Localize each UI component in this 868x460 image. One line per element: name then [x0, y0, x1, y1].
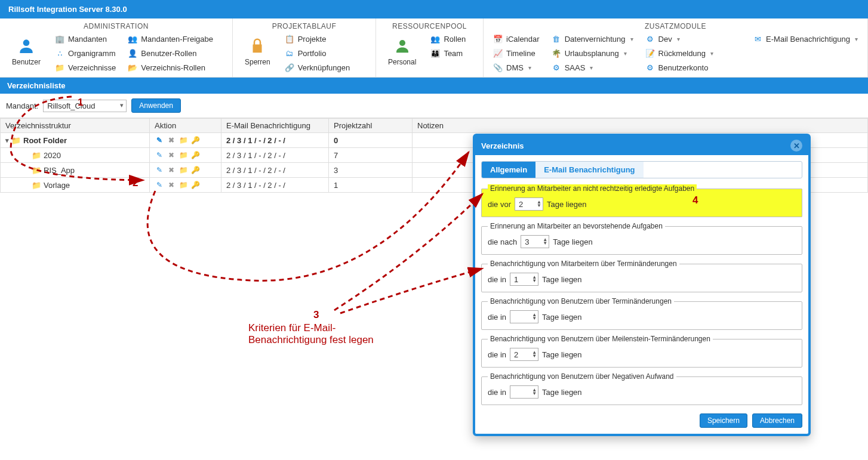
key-icon[interactable]: 🔑	[190, 135, 200, 145]
spin-down-icon[interactable]: ▼	[537, 204, 541, 208]
key-icon[interactable]: 🔑	[190, 165, 200, 175]
trash-icon: 🗑	[552, 34, 561, 44]
dialog-tabs: Allgemein E-Mail Benachrichtigung	[481, 161, 802, 178]
gear-icon: ⚙	[645, 34, 655, 44]
nav-benutzer-rollen[interactable]: 👤Benutzer-Rollen	[125, 47, 216, 59]
col-aktion[interactable]: Aktion	[150, 119, 221, 133]
nav-organigramm[interactable]: ⛬Organigramm	[53, 47, 118, 59]
folder-role-icon: 📂	[128, 63, 137, 72]
group-suffix: Tage liegen	[547, 200, 587, 209]
nav-projekte[interactable]: 📋Projekte	[282, 33, 352, 45]
edit-icon[interactable]: ✎	[155, 150, 164, 160]
col-email[interactable]: E-Mail Benachrichtigung	[221, 119, 329, 133]
save-button[interactable]: Speichern	[700, 413, 747, 428]
spin-down-icon[interactable]: ▼	[532, 354, 537, 358]
benutzer-button[interactable]: Benutzer	[7, 33, 45, 69]
nav-datenvernichtung[interactable]: 🗑Datenvernichtung▾	[549, 33, 636, 45]
days-input[interactable]: 1▲▼	[510, 273, 538, 286]
delete-icon[interactable]: ✖	[167, 150, 176, 160]
nav-portfolio[interactable]: 🗂Portfolio	[282, 47, 352, 59]
dialog-header[interactable]: Verzeichnis ✕	[475, 136, 808, 155]
folder-name: RIS_App	[44, 166, 75, 175]
expand-icon[interactable]: ▾	[5, 137, 9, 144]
nav-benutzerkonto[interactable]: ⚙Benutzerkonto	[643, 61, 716, 73]
tab-email-benachrichtigung[interactable]: E-Mail Benachrichtigung	[535, 162, 643, 178]
notification-group: Erinnerung an Mitarbeiter an bevorstehen…	[481, 222, 802, 255]
edit-icon[interactable]: ✎	[155, 165, 164, 175]
personal-button[interactable]: Personal	[383, 33, 421, 69]
nav-verzeichnis-rollen[interactable]: 📂Verzeichnis-Rollen	[125, 61, 216, 73]
folder-icon: 📁	[11, 136, 21, 145]
spin-down-icon[interactable]: ▼	[543, 242, 547, 245]
tab-allgemein[interactable]: Allgemein	[482, 162, 535, 178]
user-icon	[16, 35, 37, 57]
annotation-3: 3	[313, 309, 319, 321]
nav-mandanten-freigabe[interactable]: 👥Mandanten-Freigabe	[125, 33, 216, 45]
email-cell: 2 / 3 / 1 / - / 2 / - /	[221, 133, 329, 148]
notification-group: Benachrichtigung von Mitarbeitern über T…	[481, 260, 802, 292]
person-icon	[392, 35, 413, 57]
days-input[interactable]: 2▲▼	[510, 348, 538, 361]
spin-down-icon[interactable]: ▼	[532, 317, 537, 320]
chevron-down-icon: ▾	[624, 50, 627, 57]
edit-icon[interactable]: ✎	[155, 135, 164, 145]
key-icon[interactable]: 🔑	[190, 150, 200, 160]
col-notizen[interactable]: Notizen	[413, 119, 868, 133]
add-folder-icon[interactable]: 📁	[178, 165, 188, 175]
timeline-icon: 📈	[493, 48, 503, 58]
nav-timeline[interactable]: 📈Timeline	[491, 47, 542, 59]
ribbon-group-ressourcenpool: RESSOURCENPOOL Personal 👥Rollen 👨‍👩‍👦Tea…	[376, 18, 484, 77]
cancel-button[interactable]: Abbrechen	[752, 413, 802, 428]
org-icon: ⛬	[55, 48, 64, 58]
add-folder-icon[interactable]: 📁	[178, 150, 188, 160]
section-title-bar: Verzeichnisliste	[0, 78, 868, 94]
spin-down-icon[interactable]: ▼	[532, 279, 537, 283]
nav-icalendar[interactable]: 📅iCalendar	[491, 33, 542, 45]
days-input[interactable]: ▲▼	[510, 310, 538, 323]
mandant-select[interactable]: Rillsoft_Cloud	[43, 100, 127, 112]
folder-name: 2020	[44, 151, 61, 160]
team-icon: 👨‍👩‍👦	[430, 48, 440, 58]
nav-rollen[interactable]: 👥Rollen	[428, 33, 468, 45]
feedback-icon: 📝	[645, 48, 655, 58]
app-title: Rillsoft Integration Server 8.30.0	[8, 5, 127, 14]
account-icon: ⚙	[645, 63, 655, 72]
delete-icon[interactable]: ✖	[167, 165, 176, 175]
chevron-down-icon: ▾	[630, 36, 633, 42]
chevron-down-icon: ▾	[677, 36, 680, 42]
days-input[interactable]: ▲▼	[510, 385, 538, 399]
project-icon: 📋	[285, 34, 294, 44]
nav-team[interactable]: 👨‍👩‍👦Team	[428, 47, 468, 59]
days-input[interactable]: 2▲▼	[515, 197, 543, 211]
col-struktur[interactable]: Verzeichnisstruktur	[1, 119, 150, 133]
nav-urlaubsplanung[interactable]: 🌴Urlaubsplanung▾	[549, 47, 636, 59]
delete-icon[interactable]: ✖	[167, 135, 176, 145]
nav-mandanten[interactable]: 🏢Mandanten	[53, 33, 118, 45]
ribbon-group-title: ADMINISTRATION	[7, 22, 225, 30]
nav-dev[interactable]: ⚙Dev▾	[643, 33, 716, 45]
nav-verzeichnisse[interactable]: 📁Verzeichnisse	[53, 61, 118, 73]
nav-saas[interactable]: ⚙SAAS▾	[549, 61, 636, 73]
close-icon[interactable]: ✕	[790, 140, 802, 152]
delete-icon[interactable]: ✖	[167, 180, 176, 190]
spin-down-icon[interactable]: ▼	[532, 392, 537, 396]
days-input[interactable]: 3▲▼	[521, 235, 549, 248]
add-folder-icon[interactable]: 📁	[178, 135, 188, 145]
group-suffix: Tage liegen	[542, 313, 582, 322]
lock-icon	[247, 35, 268, 57]
ribbon-group-projektablauf: PROJEKTABLAUF Sperren 📋Projekte 🗂Portfol…	[233, 18, 376, 77]
nav-email-benachrichtigung[interactable]: ✉E-Mail Benachrichtigung▾	[750, 33, 860, 45]
nav-rueckmeldung[interactable]: 📝Rückmeldung▾	[643, 47, 716, 59]
col-projektzahl[interactable]: Projektzahl	[329, 119, 413, 133]
group-legend: Benachrichtigung von Benutzern über Meil…	[488, 335, 713, 343]
portfolio-icon: 🗂	[285, 48, 294, 58]
apply-button[interactable]: Anwenden	[131, 98, 181, 113]
key-icon[interactable]: 🔑	[190, 180, 200, 190]
edit-icon[interactable]: ✎	[155, 180, 164, 190]
add-folder-icon[interactable]: 📁	[178, 180, 188, 190]
nav-dms[interactable]: 📎DMS▾	[491, 61, 542, 73]
nav-verknuepfungen[interactable]: 🔗Verknüpfungen	[282, 61, 352, 73]
sperren-button[interactable]: Sperren	[240, 33, 275, 69]
svg-point-1	[399, 40, 405, 46]
ribbon: ADMINISTRATION Benutzer 🏢Mandanten ⛬Orga…	[0, 18, 868, 78]
